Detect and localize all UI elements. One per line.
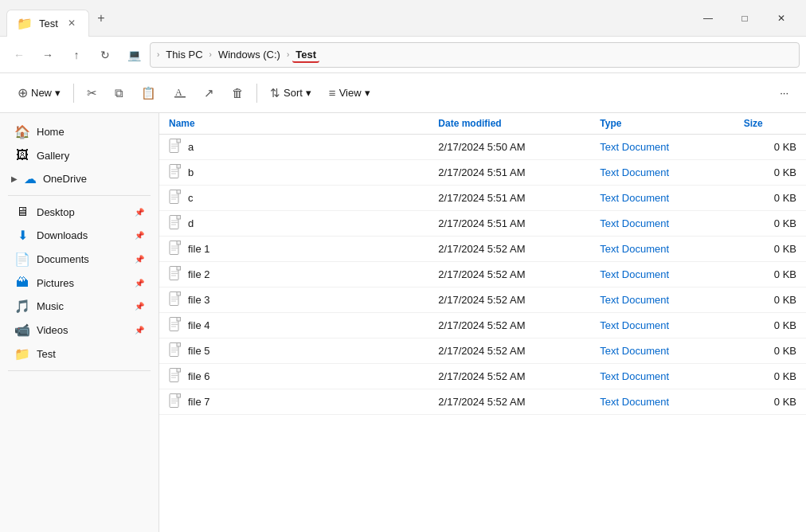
- maximize-button[interactable]: □: [726, 6, 763, 31]
- tab-folder-icon: 📁: [17, 16, 33, 31]
- title-bar: 📁 Test ✕ + — □ ✕: [0, 0, 806, 37]
- more-options-button[interactable]: ···: [772, 80, 796, 107]
- file-doc-icon: [169, 342, 182, 359]
- file-name-cell: file 7: [159, 389, 428, 415]
- table-row[interactable]: file 7 2/17/2024 5:52 AM Text Document 0…: [159, 389, 806, 415]
- breadcrumb-this-pc[interactable]: This PC: [162, 47, 205, 62]
- back-button[interactable]: ←: [6, 42, 32, 68]
- file-date-cell: 2/17/2024 5:51 AM: [428, 186, 590, 211]
- file-type-cell: Text Document: [590, 338, 734, 364]
- videos-icon: 📹: [14, 323, 30, 338]
- delete-button[interactable]: 🗑: [224, 80, 252, 107]
- view-button[interactable]: ≡ View ▾: [321, 80, 378, 107]
- copy-button[interactable]: ⧉: [107, 80, 131, 107]
- svg-rect-8: [177, 165, 181, 169]
- file-date-cell: 2/17/2024 5:52 AM: [428, 313, 590, 338]
- file-doc-icon: [169, 164, 182, 181]
- table-row[interactable]: a 2/17/2024 5:50 AM Text Document 0 KB: [159, 135, 806, 160]
- file-type-cell: Text Document: [590, 364, 734, 389]
- copy-icon: ⧉: [115, 86, 123, 100]
- col-header-type[interactable]: Type: [590, 113, 734, 135]
- table-row[interactable]: c 2/17/2024 5:51 AM Text Document 0 KB: [159, 186, 806, 211]
- active-tab[interactable]: 📁 Test ✕: [6, 10, 89, 37]
- file-doc-icon: [169, 266, 182, 283]
- breadcrumb-sep-1: ›: [209, 50, 212, 59]
- file-name-cell: b: [159, 160, 428, 186]
- sort-button[interactable]: ⇅ Sort ▾: [262, 80, 319, 107]
- col-header-size[interactable]: Size: [734, 113, 806, 135]
- rename-button[interactable]: A: [166, 80, 194, 107]
- sidebar-item-gallery[interactable]: 🖼 Gallery: [3, 144, 155, 166]
- cut-button[interactable]: ✂: [79, 80, 105, 107]
- sidebar-item-documents[interactable]: 📄 Documents 📌: [3, 248, 155, 271]
- toolbar-sep-2: [256, 84, 257, 103]
- view-chevron-icon: ▾: [365, 87, 370, 99]
- table-row[interactable]: file 5 2/17/2024 5:52 AM Text Document 0…: [159, 338, 806, 364]
- file-name-cell: file 3: [159, 288, 428, 313]
- refresh-button[interactable]: ↻: [92, 42, 118, 68]
- svg-rect-33: [177, 292, 181, 296]
- sort-label: Sort: [284, 87, 303, 99]
- sort-chevron-icon: ▾: [306, 87, 311, 99]
- file-name-cell: file 1: [159, 237, 428, 262]
- file-size-cell: 0 KB: [734, 211, 806, 237]
- toolbar-sep-1: [73, 84, 74, 103]
- col-header-date-modified[interactable]: Date modified: [428, 113, 590, 135]
- new-tab-button[interactable]: +: [89, 6, 113, 30]
- onedrive-icon: ☁: [22, 171, 38, 186]
- table-row[interactable]: file 1 2/17/2024 5:52 AM Text Document 0…: [159, 237, 806, 262]
- file-size-cell: 0 KB: [734, 186, 806, 211]
- share-button[interactable]: ↗: [196, 80, 222, 107]
- table-row[interactable]: file 2 2/17/2024 5:52 AM Text Document 0…: [159, 262, 806, 288]
- sidebar-item-videos[interactable]: 📹 Videos 📌: [3, 319, 155, 342]
- table-row[interactable]: file 4 2/17/2024 5:52 AM Text Document 0…: [159, 313, 806, 338]
- delete-icon: 🗑: [232, 86, 244, 100]
- sidebar-item-test[interactable]: 📁 Test: [3, 342, 155, 366]
- file-doc-icon: [169, 368, 182, 385]
- sidebar: 🏠 Home 🖼 Gallery ▶ ☁ OneDrive 🖥 Desktop …: [0, 113, 159, 532]
- new-button[interactable]: ⊕ New ▾: [10, 80, 68, 107]
- close-button[interactable]: ✕: [763, 6, 800, 31]
- music-pin-icon: 📌: [135, 302, 144, 311]
- breadcrumb-windows-c[interactable]: Windows (C:): [215, 47, 284, 62]
- sidebar-item-music[interactable]: 🎵 Music 📌: [3, 295, 155, 318]
- documents-icon: 📄: [14, 252, 30, 267]
- col-header-name[interactable]: Name: [159, 113, 428, 135]
- file-size-cell: 0 KB: [734, 237, 806, 262]
- table-row[interactable]: b 2/17/2024 5:51 AM Text Document 0 KB: [159, 160, 806, 186]
- breadcrumb-bar[interactable]: › This PC › Windows (C:) › Test: [150, 42, 800, 68]
- breadcrumb-sep-2: ›: [287, 50, 289, 59]
- sidebar-item-music-label: Music: [37, 300, 64, 312]
- sidebar-item-onedrive[interactable]: ▶ ☁ OneDrive: [0, 167, 158, 190]
- svg-rect-3: [177, 139, 181, 143]
- sidebar-divider-2: [8, 370, 151, 371]
- breadcrumb-test[interactable]: Test: [292, 47, 319, 63]
- downloads-pin-icon: 📌: [135, 231, 144, 240]
- up-button[interactable]: ↑: [64, 42, 89, 68]
- sidebar-item-desktop[interactable]: 🖥 Desktop 📌: [3, 201, 155, 223]
- table-row[interactable]: d 2/17/2024 5:51 AM Text Document 0 KB: [159, 211, 806, 237]
- sidebar-item-home[interactable]: 🏠 Home: [3, 120, 155, 143]
- home-icon: 🏠: [14, 124, 30, 139]
- sidebar-item-pictures[interactable]: 🏔 Pictures 📌: [3, 272, 155, 294]
- paste-button[interactable]: 📋: [133, 80, 164, 107]
- sidebar-item-downloads[interactable]: ⬇ Downloads 📌: [3, 224, 155, 247]
- file-name: file 5: [188, 345, 209, 357]
- test-folder-icon: 📁: [14, 346, 30, 362]
- file-size-cell: 0 KB: [734, 389, 806, 415]
- tab-close-button[interactable]: ✕: [65, 16, 79, 30]
- downloads-icon: ⬇: [14, 228, 30, 243]
- table-row[interactable]: file 6 2/17/2024 5:52 AM Text Document 0…: [159, 364, 806, 389]
- svg-rect-43: [177, 343, 181, 347]
- forward-button[interactable]: →: [35, 42, 61, 68]
- svg-rect-18: [177, 216, 181, 220]
- view-label: View: [339, 87, 362, 99]
- file-name: file 4: [188, 319, 209, 331]
- file-date-cell: 2/17/2024 5:52 AM: [428, 338, 590, 364]
- table-row[interactable]: file 3 2/17/2024 5:52 AM Text Document 0…: [159, 288, 806, 313]
- sidebar-divider-1: [8, 195, 151, 196]
- tab-label: Test: [39, 18, 58, 29]
- desktop-pin-icon: 📌: [135, 208, 144, 217]
- file-name: d: [188, 217, 194, 229]
- minimize-button[interactable]: —: [690, 6, 726, 31]
